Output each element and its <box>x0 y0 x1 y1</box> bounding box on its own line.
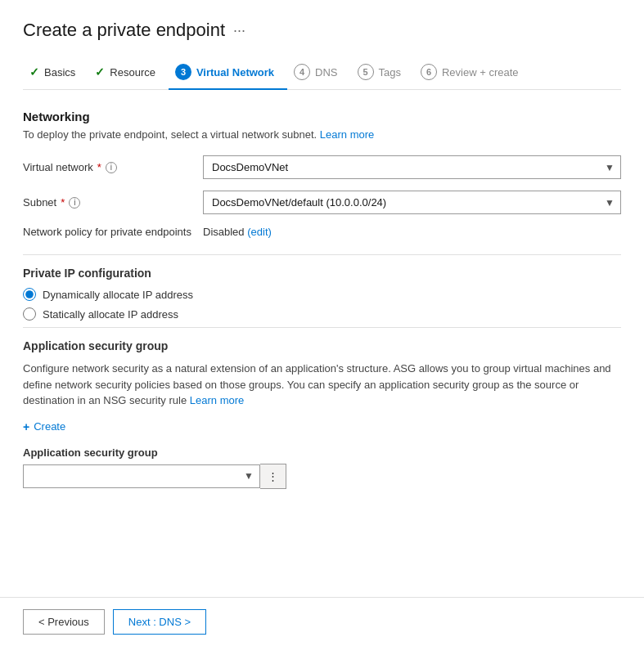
wizard-step-review[interactable]: 6 Review + create <box>414 57 532 90</box>
subnet-label: Subnet * i <box>23 196 203 209</box>
asg-select-row: ▼ ⋮ <box>23 464 621 489</box>
wizard-step-virtual-network-label: Virtual Network <box>196 66 274 79</box>
asg-create-button[interactable]: + Create <box>23 420 65 433</box>
step-circle-review: 6 <box>421 64 437 80</box>
subnet-required: * <box>61 196 65 209</box>
network-policy-row: Network policy for private endpoints Dis… <box>23 226 621 238</box>
wizard-step-review-label: Review + create <box>442 66 519 79</box>
virtual-network-info-icon[interactable]: i <box>106 162 117 173</box>
asg-learn-more-link[interactable]: Learn more <box>190 394 244 406</box>
check-icon-basics: ✓ <box>29 65 39 79</box>
more-options-icon[interactable]: ··· <box>233 22 245 39</box>
asg-field-label: Application security group <box>23 446 621 459</box>
asg-section-title: Application security group <box>23 339 621 352</box>
divider-2 <box>23 327 621 328</box>
radio-dynamic[interactable] <box>23 288 36 301</box>
wizard-step-tags-label: Tags <box>379 66 401 79</box>
radio-static-row: Statically allocate IP address <box>23 307 621 321</box>
network-policy-label: Network policy for private endpoints <box>23 226 203 238</box>
wizard-step-virtual-network[interactable]: 3 Virtual Network <box>169 57 287 90</box>
virtual-network-select-wrapper: DocsDemoVNet ▼ <box>203 155 621 179</box>
radio-static[interactable] <box>23 307 36 321</box>
wizard-step-dns[interactable]: 4 DNS <box>287 57 350 90</box>
step-circle-dns: 4 <box>294 64 310 80</box>
virtual-network-select[interactable]: DocsDemoVNet <box>203 155 621 179</box>
networking-description: To deploy the private endpoint, select a… <box>23 128 621 141</box>
radio-dynamic-label[interactable]: Dynamically allocate IP address <box>43 289 193 301</box>
radio-dynamic-row: Dynamically allocate IP address <box>23 288 621 301</box>
asg-description: Configure network security as a natural … <box>23 361 621 409</box>
asg-action-button[interactable]: ⋮ <box>260 464 286 489</box>
divider-1 <box>23 254 621 255</box>
subnet-row: Subnet * i DocsDemoVNet/default (10.0.0.… <box>23 191 621 214</box>
asg-section: Application security group Configure net… <box>23 339 621 489</box>
networking-section-title: Networking <box>23 110 621 123</box>
wizard-step-resource[interactable]: ✓ Resource <box>88 59 169 88</box>
plus-icon: + <box>23 420 29 433</box>
network-policy-edit-link[interactable]: (edit) <box>247 226 272 238</box>
step-circle-tags: 5 <box>358 64 374 80</box>
wizard-step-resource-label: Resource <box>110 66 155 79</box>
wizard-step-basics-label: Basics <box>44 66 75 79</box>
networking-learn-more-link[interactable]: Learn more <box>320 128 374 141</box>
virtual-network-row: Virtual network * i DocsDemoVNet ▼ <box>23 155 621 179</box>
wizard-step-dns-label: DNS <box>315 66 337 79</box>
wizard-step-tags[interactable]: 5 Tags <box>351 57 414 90</box>
bottom-bar: < Previous Next : DNS > <box>0 597 644 646</box>
check-icon-resource: ✓ <box>95 65 105 79</box>
asg-select[interactable] <box>23 464 260 488</box>
private-ip-section-title: Private IP configuration <box>23 267 621 280</box>
subnet-select-wrapper: DocsDemoVNet/default (10.0.0.0/24) ▼ <box>203 191 621 214</box>
step-circle-virtual-network: 3 <box>175 64 191 80</box>
next-button[interactable]: Next : DNS > <box>113 609 206 635</box>
virtual-network-label: Virtual network * i <box>23 161 203 173</box>
radio-static-label[interactable]: Statically allocate IP address <box>43 308 178 321</box>
asg-select-wrapper: ▼ <box>23 464 260 488</box>
wizard-step-basics[interactable]: ✓ Basics <box>23 59 88 88</box>
page-title: Create a private endpoint <box>23 20 225 41</box>
network-policy-value: Disabled (edit) <box>203 226 272 238</box>
subnet-info-icon[interactable]: i <box>69 197 80 209</box>
virtual-network-required: * <box>97 161 101 173</box>
wizard-nav: ✓ Basics ✓ Resource 3 Virtual Network 4 … <box>23 57 621 90</box>
subnet-select[interactable]: DocsDemoVNet/default (10.0.0.0/24) <box>203 191 621 214</box>
previous-button[interactable]: < Previous <box>23 609 105 635</box>
